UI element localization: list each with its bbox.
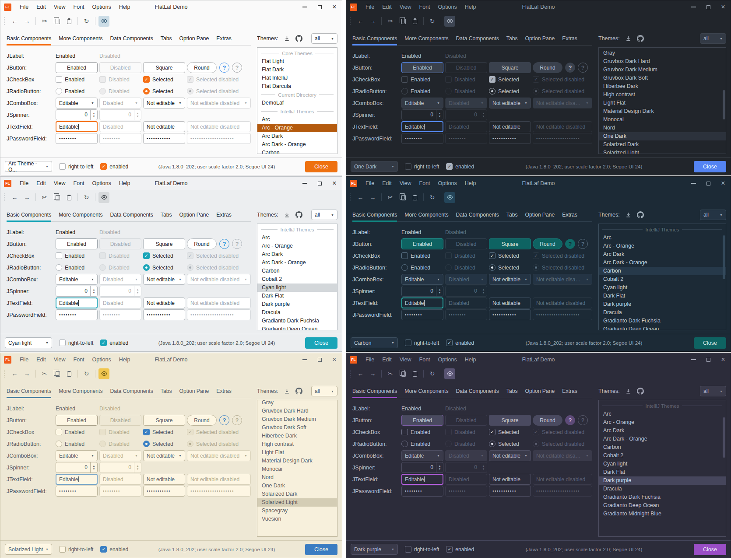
tab-data-components[interactable]: Data Components	[456, 33, 499, 45]
paste-icon[interactable]	[63, 368, 74, 379]
menu-help[interactable]: Help	[115, 353, 134, 366]
theme-list-item[interactable]: Arc Dark	[599, 427, 726, 435]
menu-view[interactable]: View	[396, 177, 415, 190]
forward-icon[interactable]: →	[367, 368, 378, 379]
theme-list-item[interactable]: Gradianto Midnight Blue	[599, 510, 726, 518]
theme-list-item[interactable]: One Dark	[599, 132, 726, 140]
jbutton-enabled-button[interactable]: Enabled	[401, 415, 443, 426]
theme-list-item[interactable]: Arc Dark - Orange	[599, 259, 726, 267]
theme-list-item[interactable]: Gradianto Dark Fuchsia	[599, 493, 726, 501]
eye-icon[interactable]	[98, 192, 109, 203]
tab-option-pane[interactable]: Option Pane	[525, 385, 555, 398]
textfield-not-editable[interactable]: Not editable	[143, 298, 185, 308]
theme-list-item[interactable]: Hiberbee Dark	[257, 432, 337, 440]
checkbox-enabled[interactable]	[56, 252, 62, 259]
menu-options[interactable]: Options	[88, 0, 115, 14]
jbutton-square-button[interactable]: Square	[143, 62, 185, 73]
menu-options[interactable]: Options	[88, 353, 115, 366]
forward-icon[interactable]: →	[21, 16, 32, 27]
tab-data-components[interactable]: Data Components	[110, 385, 153, 398]
theme-list-item[interactable]: Flat Dark	[257, 66, 337, 74]
theme-list-item[interactable]: Nord	[257, 473, 337, 482]
cut-icon[interactable]: ✂	[385, 16, 396, 27]
passwordfield-enabled[interactable]: ••••••••	[56, 486, 98, 497]
toolbar-grip[interactable]	[4, 370, 6, 378]
theme-list-item[interactable]: Material Design Dark	[599, 107, 726, 116]
theme-list-item[interactable]: Arc	[257, 116, 337, 124]
paste-icon[interactable]	[409, 192, 420, 203]
close-window-icon[interactable]: ×	[327, 177, 342, 190]
theme-list-item[interactable]: Arc - Orange	[257, 124, 337, 132]
theme-list-item[interactable]: Light Flat	[599, 99, 726, 107]
combobox-not-editable[interactable]: Not editable▼	[143, 450, 185, 461]
back-icon[interactable]: ←	[355, 368, 366, 379]
menu-help[interactable]: Help	[461, 177, 480, 190]
eye-icon[interactable]	[98, 368, 109, 379]
minimize-icon[interactable]	[297, 0, 312, 14]
toolbar-grip[interactable]	[4, 193, 6, 201]
passwordfield-enabled[interactable]: ••••••••	[401, 486, 443, 497]
github-icon[interactable]	[295, 35, 302, 42]
textfield-editable[interactable]: Editable	[56, 474, 98, 485]
theme-selector-combobox[interactable]: Dark purple▼	[351, 544, 398, 555]
theme-selector-combobox[interactable]: Cyan light▼	[5, 337, 52, 348]
tab-extras[interactable]: Extras	[216, 385, 232, 398]
theme-list-item[interactable]: Solarized Dark	[257, 490, 337, 498]
theme-list-item[interactable]: Dark Flat	[257, 292, 337, 300]
textfield-editable[interactable]: Editable	[401, 121, 443, 132]
close-window-icon[interactable]: ×	[716, 353, 731, 366]
theme-filter-combobox[interactable]: all▼	[311, 210, 337, 220]
right-to-left-checkbox[interactable]: right-to-left	[59, 163, 93, 170]
combobox-editable[interactable]: Editable▼	[401, 274, 443, 285]
theme-list-item[interactable]: Gray	[599, 49, 726, 57]
passwordfield-not-editable[interactable]: •••••••••••	[489, 309, 531, 320]
menu-view[interactable]: View	[396, 0, 415, 14]
tab-extras[interactable]: Extras	[216, 209, 232, 221]
help-icon[interactable]: ?	[219, 415, 229, 425]
close-button[interactable]: Close	[694, 337, 726, 349]
download-icon[interactable]	[625, 212, 632, 218]
theme-list-item[interactable]: Light Flat	[257, 448, 337, 457]
checkbox-selected[interactable]: ✓	[489, 252, 496, 259]
tab-option-pane[interactable]: Option Pane	[179, 33, 209, 45]
right-to-left-checkbox[interactable]: right-to-left	[405, 163, 439, 170]
theme-filter-combobox[interactable]: all▼	[700, 210, 726, 220]
minimize-icon[interactable]	[686, 0, 701, 14]
eye-icon[interactable]	[444, 16, 455, 27]
menu-font[interactable]: Font	[70, 177, 88, 190]
copy-icon[interactable]	[51, 192, 62, 203]
close-window-icon[interactable]: ×	[327, 0, 342, 14]
menu-font[interactable]: Font	[70, 0, 88, 14]
checkbox-enabled[interactable]	[401, 252, 408, 259]
tab-tabs[interactable]: Tabs	[506, 385, 518, 398]
paste-icon[interactable]	[409, 368, 420, 379]
tab-option-pane[interactable]: Option Pane	[179, 209, 209, 221]
radio-enabled[interactable]	[401, 88, 408, 94]
tab-data-components[interactable]: Data Components	[456, 385, 499, 398]
jbutton-enabled-button[interactable]: Enabled	[401, 238, 443, 249]
textfield-editable[interactable]: Editable	[56, 298, 98, 308]
jbutton-enabled-button[interactable]: Enabled	[401, 62, 443, 73]
help-icon[interactable]: ?	[219, 239, 229, 249]
theme-list-item[interactable]: Arc	[599, 410, 726, 418]
passwordfield-not-editable[interactable]: •••••••••••	[489, 133, 531, 144]
theme-list-item[interactable]: Solarized Dark	[599, 140, 726, 149]
download-icon[interactable]	[625, 35, 632, 42]
jbutton-round-button[interactable]: Round	[533, 238, 562, 249]
close-window-icon[interactable]: ×	[716, 0, 731, 14]
theme-list-item[interactable]: Arc Dark	[599, 250, 726, 259]
textfield-not-editable[interactable]: Not editable	[143, 121, 185, 132]
maximize-icon[interactable]	[701, 0, 716, 14]
refresh-icon[interactable]: ↻	[427, 192, 438, 203]
tab-more-components[interactable]: More Components	[404, 33, 448, 45]
textfield-editable[interactable]: Editable	[56, 121, 98, 132]
theme-selector-combobox[interactable]: Carbon▼	[351, 337, 398, 348]
theme-list-item[interactable]: Dark Flat	[599, 292, 726, 300]
jbutton-square-button[interactable]: Square	[489, 415, 531, 426]
tab-basic-components[interactable]: Basic Components	[7, 209, 51, 221]
theme-list-item[interactable]: Gradianto Dark Fuchsia	[257, 317, 337, 325]
menu-edit[interactable]: Edit	[378, 353, 396, 366]
theme-list-item[interactable]: Arc Dark - Orange	[599, 435, 726, 443]
theme-list-item[interactable]: Dracula	[599, 308, 726, 317]
passwordfield-enabled[interactable]: ••••••••	[401, 133, 443, 144]
